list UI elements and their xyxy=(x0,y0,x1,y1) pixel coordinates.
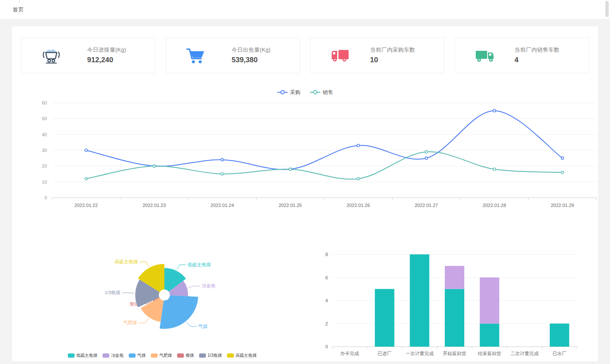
main-panel: 今日进煤量(Kg) 912,240 今日出焦量(Kg) 539,380 xyxy=(12,26,598,361)
scrollbar-thumb[interactable] xyxy=(605,1,609,17)
bottom-charts-row: 低硫主焦煤冶金焦气煤气肥煤瘦煤1/3焦煤高硫主焦煤 低硫主焦煤冶金焦气煤气肥煤瘦… xyxy=(20,245,590,360)
svg-text:已进厂: 已进厂 xyxy=(377,351,391,356)
pie-legend-item-冶金焦[interactable]: 冶金焦 xyxy=(103,353,124,358)
svg-text:办卡完成: 办卡完成 xyxy=(340,351,359,356)
svg-text:0: 0 xyxy=(44,195,47,200)
svg-text:2022.01.24: 2022.01.24 xyxy=(211,203,234,208)
svg-text:冶金焦: 冶金焦 xyxy=(202,283,216,288)
svg-text:结束装卸货: 结束装卸货 xyxy=(478,351,501,356)
breadcrumb[interactable]: 首页 xyxy=(13,6,24,14)
svg-text:2022.01.29: 2022.01.29 xyxy=(551,203,574,208)
legend-swatch xyxy=(199,353,206,358)
bar-开始装卸货[interactable] xyxy=(445,289,464,347)
svg-text:已出厂: 已出厂 xyxy=(552,351,566,356)
bar-已进厂[interactable] xyxy=(375,289,394,347)
pie-legend-item-瘦煤[interactable]: 瘦煤 xyxy=(177,353,194,358)
stat-card-purchase-trucks: 当前厂内采购车数 10 xyxy=(310,37,444,73)
legend-swatch xyxy=(103,353,109,358)
svg-text:高硫主焦煤: 高硫主焦煤 xyxy=(115,259,138,264)
pie-slice-气煤[interactable]: 气煤 xyxy=(160,295,208,329)
line-chart-legend: 采购销售 xyxy=(20,88,590,96)
svg-text:0: 0 xyxy=(325,344,328,349)
stat-value: 10 xyxy=(370,56,415,64)
stat-value: 4 xyxy=(515,56,560,64)
bar-一次计量完成[interactable] xyxy=(410,254,429,347)
svg-text:二次计量完成: 二次计量完成 xyxy=(510,351,538,356)
bar-开始装卸货[interactable] xyxy=(445,266,464,289)
svg-text:20: 20 xyxy=(42,163,47,168)
svg-text:2022.01.22: 2022.01.22 xyxy=(75,203,98,208)
stat-card-coke-out: 今日出焦量(Kg) 539,380 xyxy=(166,37,300,73)
pie-legend-item-1/3焦煤[interactable]: 1/3焦煤 xyxy=(199,353,222,358)
svg-text:低硫主焦煤: 低硫主焦煤 xyxy=(188,262,211,267)
shopping-cart-icon xyxy=(185,47,207,64)
pie-legend-item-气肥煤[interactable]: 气肥煤 xyxy=(151,353,172,358)
legend-swatch xyxy=(151,353,158,358)
legend-label: 高硫主焦煤 xyxy=(236,353,257,358)
legend-label: 气肥煤 xyxy=(159,353,172,358)
bar-chart: 02468办卡完成已进厂一次计量完成开始装卸货结束装卸货二次计量完成已出厂 xyxy=(314,245,585,360)
legend-label: 瘦煤 xyxy=(186,353,194,358)
stat-label: 今日进煤量(Kg) xyxy=(87,46,126,54)
svg-text:40: 40 xyxy=(42,132,47,137)
svg-text:2022.01.26: 2022.01.26 xyxy=(347,203,370,208)
svg-text:气肥煤: 气肥煤 xyxy=(123,320,137,325)
legend-swatch xyxy=(129,353,136,358)
svg-text:2022.01.23: 2022.01.23 xyxy=(142,203,166,208)
svg-text:气煤: 气煤 xyxy=(198,324,208,329)
stat-card-sales-trucks: 当前厂内销售车数 4 xyxy=(455,37,589,73)
stat-label: 当前厂内采购车数 xyxy=(370,46,415,54)
stat-label: 当前厂内销售车数 xyxy=(515,46,560,54)
pie-legend-item-气煤[interactable]: 气煤 xyxy=(129,353,146,358)
bar-已出厂[interactable] xyxy=(550,324,569,347)
truck-green-icon xyxy=(474,47,496,64)
svg-text:2022.01.27: 2022.01.27 xyxy=(415,203,438,208)
legend-label: 低硫主焦煤 xyxy=(76,353,97,358)
line-series-销售 xyxy=(85,151,563,180)
minecart-icon xyxy=(40,47,62,64)
svg-text:10: 10 xyxy=(42,179,47,185)
top-bar: 首页 xyxy=(0,0,610,19)
line-chart: 01020304050602022.01.222022.01.232022.01… xyxy=(20,97,590,226)
legend-swatch xyxy=(68,353,75,358)
stat-label: 今日出焦量(Kg) xyxy=(232,46,271,54)
pie-legend-item-高硫主焦煤[interactable]: 高硫主焦煤 xyxy=(227,353,257,358)
stat-value: 912,240 xyxy=(87,56,126,64)
truck-red-icon xyxy=(329,47,351,64)
legend-swatch xyxy=(227,353,234,358)
pie-legend-item-低硫主焦煤[interactable]: 低硫主焦煤 xyxy=(68,353,97,358)
svg-text:60: 60 xyxy=(42,100,47,105)
bar-结束装卸货[interactable] xyxy=(480,324,499,347)
legend-label: 气煤 xyxy=(137,353,146,358)
line-legend-marker xyxy=(310,90,321,94)
svg-text:8: 8 xyxy=(325,252,328,257)
legend-label: 1/3焦煤 xyxy=(208,353,222,358)
legend-swatch xyxy=(177,353,184,358)
rose-pie-chart: 低硫主焦煤冶金焦气煤气肥煤瘦煤1/3焦煤高硫主焦煤 低硫主焦煤冶金焦气煤气肥煤瘦… xyxy=(25,245,300,360)
legend-label: 冶金焦 xyxy=(111,353,124,358)
stat-card-coal-in: 今日进煤量(Kg) 912,240 xyxy=(21,37,155,73)
svg-text:4: 4 xyxy=(325,298,328,303)
svg-text:50: 50 xyxy=(42,116,47,121)
line-legend-marker xyxy=(277,90,288,94)
stat-cards-row: 今日进煤量(Kg) 912,240 今日出焦量(Kg) 539,380 xyxy=(20,37,590,73)
legend-label: 销售 xyxy=(323,89,333,96)
legend-item-销售[interactable]: 销售 xyxy=(310,89,333,96)
svg-text:一次计量完成: 一次计量完成 xyxy=(405,351,433,356)
svg-text:2: 2 xyxy=(325,321,328,326)
svg-text:2022.01.28: 2022.01.28 xyxy=(483,203,506,208)
bar-结束装卸货[interactable] xyxy=(480,278,499,324)
svg-text:开始装卸货: 开始装卸货 xyxy=(443,351,466,356)
svg-text:6: 6 xyxy=(325,275,328,280)
legend-label: 采购 xyxy=(290,89,300,96)
pie-chart-legend: 低硫主焦煤冶金焦气煤气肥煤瘦煤1/3焦煤高硫主焦煤 xyxy=(25,353,300,358)
stat-value: 539,380 xyxy=(232,56,271,64)
legend-item-采购[interactable]: 采购 xyxy=(277,89,300,96)
svg-text:30: 30 xyxy=(42,148,47,153)
svg-text:2022.01.25: 2022.01.25 xyxy=(279,203,302,208)
svg-text:1/3焦煤: 1/3焦煤 xyxy=(105,290,120,295)
